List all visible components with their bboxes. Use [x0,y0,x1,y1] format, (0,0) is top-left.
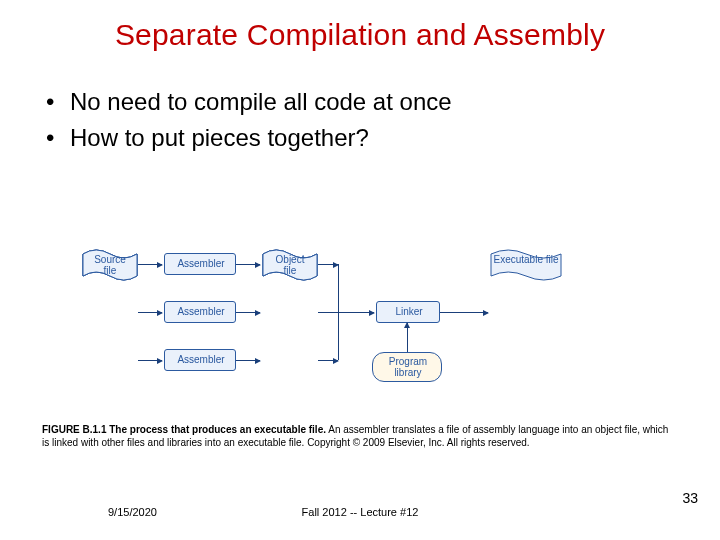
assembler-node: Assembler [164,253,236,275]
program-library-node: Program library [372,352,442,382]
arrow-icon [138,360,162,361]
program-library-label: Program library [373,356,443,378]
object-file-label: Object file [262,254,318,276]
source-file-label: Source file [82,254,138,276]
executable-file-node: Executable file [490,248,562,282]
figure-caption: FIGURE B.1.1 The process that produces a… [42,424,678,449]
assembler-label: Assembler [165,354,237,365]
linker-label: Linker [377,306,441,317]
linker-node: Linker [376,301,440,323]
arrow-icon [440,312,488,313]
bullet-list: No need to compile all code at once How … [0,52,720,155]
slide: Separate Compilation and Assembly No nee… [0,0,720,540]
assembler-node: Assembler [164,301,236,323]
connector-line [318,360,338,361]
object-file-node: Object file [262,248,318,282]
footer-center: Fall 2012 -- Lecture #12 [0,506,720,518]
executable-file-label: Executable file [490,254,562,265]
source-file-node: Source file [82,248,138,282]
caption-bold: FIGURE B.1.1 The process that produces a… [42,424,326,435]
slide-title: Separate Compilation and Assembly [0,0,720,52]
arrow-icon [138,312,162,313]
assembler-node: Assembler [164,349,236,371]
arrow-icon [318,312,374,313]
assembler-label: Assembler [165,306,237,317]
arrow-icon [236,312,260,313]
flow-diagram: Source file Assembler Object file Source… [82,248,638,396]
arrowhead-up-icon [404,322,410,328]
bullet-item: No need to compile all code at once [46,86,720,118]
arrow-icon [138,264,162,265]
page-number: 33 [682,490,698,506]
arrow-icon [236,360,260,361]
bullet-item: How to put pieces together? [46,122,720,154]
assembler-label: Assembler [165,258,237,269]
arrow-icon [236,264,260,265]
connector-line [318,264,338,265]
